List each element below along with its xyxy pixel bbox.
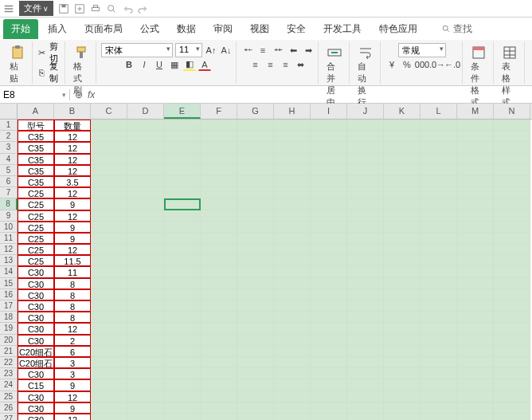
cell[interactable] [457,391,494,402]
cell[interactable]: 12 [54,142,91,153]
cell[interactable] [494,165,530,176]
cell[interactable] [457,335,494,346]
cell[interactable] [347,300,384,312]
cell[interactable] [274,335,311,346]
cell[interactable] [347,244,384,255]
cell[interactable] [494,278,530,289]
decrease-decimal-icon[interactable]: ←.0 [446,58,459,71]
cell[interactable] [347,312,384,323]
cell[interactable] [237,244,274,255]
cell[interactable]: C25 [18,187,54,198]
cell[interactable] [201,278,237,289]
cell[interactable] [384,368,421,379]
cell[interactable] [384,198,421,210]
print-icon[interactable] [90,3,101,14]
cell[interactable] [127,300,164,312]
cell[interactable] [311,335,347,346]
cell[interactable] [384,379,421,391]
align-top-icon[interactable]: ⬴ [241,44,254,57]
cell[interactable] [91,187,127,198]
cell[interactable]: C30 [18,323,54,334]
cell[interactable] [91,255,127,266]
cell[interactable]: 12 [54,391,91,402]
cell[interactable] [311,198,347,210]
cell[interactable] [384,391,421,402]
cell[interactable] [311,357,347,368]
cell[interactable] [311,120,347,131]
cell[interactable] [127,414,164,420]
cell[interactable] [164,346,201,357]
cell[interactable] [201,323,237,334]
cell[interactable] [274,142,311,153]
cell[interactable] [237,335,274,346]
underline-button[interactable]: U [153,58,166,71]
cut-icon[interactable]: ✂ [37,46,47,59]
decrease-font-icon[interactable]: A↓ [220,44,233,57]
cell[interactable] [421,120,457,131]
cell[interactable] [127,379,164,391]
cell[interactable] [91,233,127,244]
tab-3[interactable]: 公式 [132,19,167,39]
cell[interactable] [164,233,201,244]
cell[interactable] [457,402,494,414]
cell[interactable] [494,289,530,300]
cell[interactable] [274,312,311,323]
cell[interactable] [164,414,201,420]
cell[interactable] [421,233,457,244]
cell[interactable]: C30 [18,368,54,379]
cell[interactable] [164,368,201,379]
cell[interactable] [457,255,494,266]
row-header[interactable]: 13 [0,255,18,266]
cell[interactable] [201,233,237,244]
cell[interactable] [274,222,311,233]
row-header[interactable]: 26 [0,402,18,414]
cell[interactable] [164,289,201,300]
cell[interactable] [494,300,530,312]
align-middle-icon[interactable]: ≡ [256,44,269,57]
cell[interactable] [237,266,274,277]
cell[interactable]: 12 [54,323,91,334]
redo-icon[interactable] [138,3,149,14]
col-header-H[interactable]: H [274,104,311,119]
cell[interactable] [311,176,347,187]
cell[interactable]: C15 [18,379,54,391]
cell[interactable] [494,120,530,131]
cell[interactable] [421,165,457,176]
cell[interactable] [164,210,201,222]
undo-icon[interactable] [122,3,133,14]
cell[interactable] [494,402,530,414]
cell[interactable] [274,300,311,312]
cell[interactable] [347,255,384,266]
cell[interactable] [127,323,164,334]
cell[interactable] [311,391,347,402]
cell[interactable] [201,266,237,277]
cell[interactable] [347,210,384,222]
cell[interactable] [457,165,494,176]
cell[interactable] [201,300,237,312]
cell[interactable] [311,210,347,222]
cell[interactable] [384,266,421,277]
col-header-K[interactable]: K [384,104,421,119]
row-header[interactable]: 6 [0,176,18,187]
cell[interactable]: C30 [18,266,54,277]
cell[interactable] [494,323,530,334]
cell[interactable]: 8 [54,300,91,312]
cell[interactable]: C25 [18,233,54,244]
cell[interactable] [91,391,127,402]
cell[interactable] [347,266,384,277]
cell[interactable] [457,142,494,153]
cell[interactable]: 12 [54,131,91,142]
cell[interactable] [494,131,530,142]
cell[interactable] [384,323,421,334]
cell[interactable] [347,402,384,414]
cell[interactable] [127,368,164,379]
cell[interactable] [201,142,237,153]
cell[interactable] [237,391,274,402]
cell[interactable] [384,346,421,357]
cell[interactable]: 12 [54,165,91,176]
cell[interactable] [384,414,421,420]
cell[interactable] [421,142,457,153]
cell[interactable] [164,120,201,131]
cell[interactable] [201,120,237,131]
cell[interactable] [91,323,127,334]
